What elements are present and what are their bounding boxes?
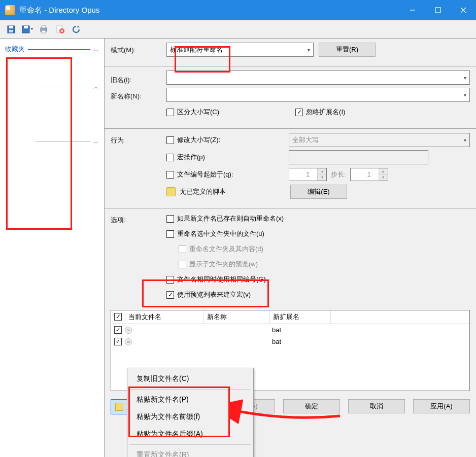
- script-icon: [166, 187, 176, 196]
- chevron-up-icon[interactable]: ︿: [93, 46, 99, 53]
- window-controls: [400, 0, 476, 20]
- opt-auto-checkbox[interactable]: [166, 215, 174, 223]
- opt-same-checkbox[interactable]: [166, 276, 174, 284]
- print-icon[interactable]: [37, 22, 51, 37]
- old-name-input[interactable]: ▾: [166, 71, 470, 85]
- case-combo-value: 全部大写: [292, 135, 319, 145]
- sidebar-favorites-header[interactable]: 收藏夹 ︿: [0, 43, 104, 56]
- opt-folder-label: 重命名文件夹及其内容(d): [189, 244, 263, 254]
- old-name-label: 旧名(l):: [111, 74, 166, 90]
- svg-rect-8: [24, 26, 28, 28]
- mode-label: 模式(M):: [111, 43, 166, 60]
- preview-row[interactable]: ∞ bat: [111, 336, 469, 347]
- case-sensitive-checkbox[interactable]: [166, 109, 174, 116]
- preview-h3[interactable]: 新扩展名: [270, 310, 331, 324]
- chevron-up-icon[interactable]: ︿: [93, 138, 99, 146]
- save-dropdown-icon[interactable]: [20, 22, 35, 37]
- preview-row[interactable]: ∞ bat: [111, 324, 469, 336]
- link-icon: ∞: [125, 338, 132, 345]
- options-section: 选项: 如果新文件名已存在则自动重命名(x) 重命名选中文件夹中的文件(u) 重…: [105, 208, 476, 310]
- chevron-down-icon: ▾: [464, 137, 466, 143]
- opt-macro-label: 使用预览列表来建立宏(v): [177, 290, 251, 299]
- chevron-down-icon: ▾: [308, 47, 310, 53]
- case-sensitive-label: 区分大小写(C): [177, 108, 219, 117]
- svg-rect-5: [9, 26, 13, 28]
- preview-select-all[interactable]: [114, 313, 122, 321]
- ignore-ext-label: 忽略扩展名(I): [306, 108, 345, 117]
- opt-sub-checkbox: [179, 261, 186, 268]
- save-icon[interactable]: [4, 22, 18, 37]
- ctx-paste-prefix[interactable]: 粘贴为文件名前缀(f): [127, 408, 253, 426]
- new-name-label: 新名称(N):: [111, 90, 166, 106]
- ctx-paste-suffix[interactable]: 粘贴为文件名后缀(A): [127, 426, 253, 443]
- clipboard-icon: [115, 403, 123, 411]
- edit-script-button[interactable]: 编辑(E): [290, 185, 347, 199]
- sidebar-favorites-label: 收藏夹: [5, 45, 25, 54]
- cancel-button[interactable]: 取消: [348, 399, 405, 413]
- ctx-reset-new: 重置新文件名(R): [127, 446, 253, 457]
- minimize-button[interactable]: [400, 0, 425, 20]
- opt-macro-checkbox[interactable]: [166, 291, 174, 299]
- case-combo[interactable]: 全部大写 ▾: [289, 133, 470, 147]
- macro-input[interactable]: [289, 150, 428, 164]
- macro-label: 宏操作(p): [177, 153, 289, 162]
- spinner-up-icon[interactable]: ▴: [317, 168, 326, 174]
- svg-rect-1: [435, 8, 440, 13]
- modify-case-checkbox[interactable]: [166, 136, 174, 144]
- step-spinner[interactable]: 1 ▴ ▾: [350, 168, 388, 181]
- macro-checkbox[interactable]: [166, 154, 174, 161]
- spinner-up-icon[interactable]: ▴: [379, 168, 388, 174]
- behavior-label: 行为: [111, 133, 166, 202]
- sidebar-section2-header[interactable]: ︿: [0, 81, 104, 93]
- row-checkbox[interactable]: [114, 338, 122, 345]
- options-label: 选项:: [111, 213, 166, 304]
- mode-combo-value: 标准通配符重命名: [170, 45, 223, 54]
- behavior-section: 行为 修改大小写(Z): 全部大写 ▾ 宏操作(p) 文: [105, 129, 476, 208]
- svg-rect-12: [42, 30, 46, 33]
- ignore-ext-checkbox[interactable]: [295, 109, 303, 116]
- opt-folder-checkbox: [179, 245, 186, 253]
- delete-icon[interactable]: [53, 22, 67, 37]
- refresh-icon[interactable]: [69, 22, 83, 37]
- mode-combo[interactable]: 标准通配符重命名 ▾: [166, 43, 314, 57]
- ctx-paste-new[interactable]: 粘贴新文件名(P): [127, 391, 253, 408]
- sidebar-section3-header[interactable]: ︿: [0, 136, 104, 148]
- preview-h2[interactable]: 新名称: [204, 310, 270, 324]
- mode-section: 模式(M): 标准通配符重命名 ▾ 重置(R): [105, 39, 476, 66]
- chevron-up-icon[interactable]: ︿: [93, 83, 99, 91]
- step-value: 1: [367, 170, 371, 178]
- seq-label: 文件编号起始于(q):: [177, 170, 289, 179]
- opt-auto-label: 如果新文件名已存在则自动重命名(x): [177, 214, 284, 223]
- link-icon: ∞: [125, 327, 132, 334]
- window-title: 重命名 - Directory Opus: [19, 6, 99, 15]
- seq-start-spinner[interactable]: 1 ▴ ▾: [289, 168, 327, 181]
- spinner-down-icon[interactable]: ▾: [317, 174, 326, 181]
- new-name-input[interactable]: ▾: [166, 88, 470, 102]
- toolbar: [0, 20, 476, 39]
- ok-button[interactable]: 确定: [283, 399, 340, 413]
- chevron-down-icon: ▾: [464, 92, 466, 98]
- spinner-down-icon[interactable]: ▾: [379, 174, 388, 181]
- row-checkbox[interactable]: [114, 326, 122, 334]
- opt-sel-checkbox[interactable]: [166, 230, 174, 238]
- step-label: 步长:: [331, 170, 346, 179]
- clipboard-context-menu: 复制旧文件名(C) 粘贴新文件名(P) 粘贴为文件名前缀(f) 粘贴为文件名后缀…: [127, 368, 254, 457]
- preview-h1[interactable]: 当前文件名: [125, 310, 204, 324]
- ctx-copy-old[interactable]: 复制旧文件名(C): [127, 370, 253, 388]
- name-section: 旧名(l): 新名称(N): ▾ ▾ 区分大小写(C): [105, 66, 476, 129]
- chevron-down-icon: ▾: [464, 75, 466, 81]
- maximize-button[interactable]: [425, 0, 451, 20]
- close-button[interactable]: [451, 0, 476, 20]
- seq-checkbox[interactable]: [166, 171, 174, 179]
- reset-button[interactable]: 重置(R): [319, 43, 376, 57]
- svg-marker-9: [31, 28, 33, 30]
- svg-marker-17: [77, 26, 80, 27]
- opt-same-label: 文件名相同时使用相同编号(G): [177, 275, 266, 284]
- titlebar: 重命名 - Directory Opus: [0, 0, 476, 20]
- apply-button[interactable]: 应用(A): [413, 399, 470, 413]
- seq-value: 1: [306, 170, 310, 178]
- sidebar: 收藏夹 ︿ ︿ ︿: [0, 39, 105, 457]
- preview-header: 当前文件名 新名称 新扩展名: [111, 310, 469, 324]
- row-ext: bat: [272, 338, 281, 345]
- svg-rect-6: [9, 30, 13, 32]
